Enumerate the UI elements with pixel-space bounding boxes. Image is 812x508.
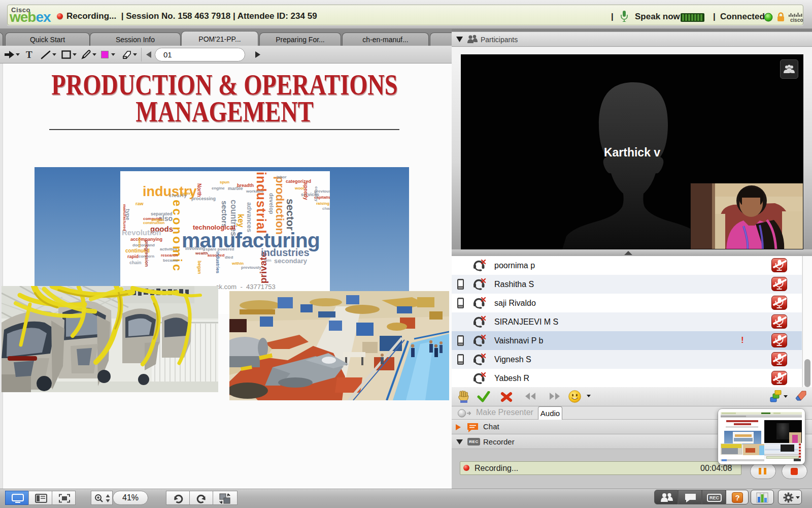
svg-text:cisco: cisco: [790, 17, 803, 23]
